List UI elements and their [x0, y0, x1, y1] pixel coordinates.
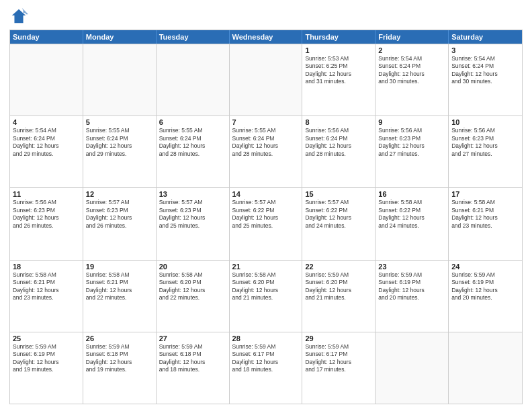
header-day-tuesday: Tuesday: [157, 30, 230, 44]
logo-icon: [9, 7, 28, 26]
logo: [9, 7, 31, 26]
cell-day-number: 15: [305, 190, 372, 198]
cell-info: Sunrise: 5:56 AM Sunset: 6:23 PM Dayligh…: [378, 127, 445, 158]
calendar-cell: [83, 44, 157, 116]
calendar-cell: 16Sunrise: 5:58 AM Sunset: 6:22 PM Dayli…: [375, 188, 449, 259]
cell-info: Sunrise: 5:59 AM Sunset: 6:19 PM Dayligh…: [378, 271, 445, 302]
cell-info: Sunrise: 5:57 AM Sunset: 6:22 PM Dayligh…: [305, 199, 372, 230]
cell-day-number: 17: [451, 190, 519, 198]
cell-day-number: 29: [305, 334, 372, 342]
calendar-cell: 23Sunrise: 5:59 AM Sunset: 6:19 PM Dayli…: [375, 261, 449, 332]
calendar-cell: 11Sunrise: 5:56 AM Sunset: 6:23 PM Dayli…: [10, 188, 83, 259]
cell-info: Sunrise: 5:53 AM Sunset: 6:25 PM Dayligh…: [305, 55, 372, 86]
calendar-cell: 14Sunrise: 5:57 AM Sunset: 6:22 PM Dayli…: [230, 188, 303, 259]
calendar-cell: 1Sunrise: 5:53 AM Sunset: 6:25 PM Daylig…: [302, 44, 375, 116]
calendar-cell: 26Sunrise: 5:59 AM Sunset: 6:18 PM Dayli…: [83, 332, 157, 404]
calendar-week-4: 25Sunrise: 5:59 AM Sunset: 6:19 PM Dayli…: [10, 332, 522, 404]
cell-info: Sunrise: 5:56 AM Sunset: 6:24 PM Dayligh…: [305, 127, 372, 158]
calendar-cell: 22Sunrise: 5:59 AM Sunset: 6:20 PM Dayli…: [302, 261, 375, 332]
calendar-cell: 4Sunrise: 5:54 AM Sunset: 6:24 PM Daylig…: [10, 116, 83, 187]
cell-info: Sunrise: 5:55 AM Sunset: 6:24 PM Dayligh…: [159, 127, 226, 158]
calendar-week-1: 4Sunrise: 5:54 AM Sunset: 6:24 PM Daylig…: [10, 116, 522, 187]
calendar-cell: 15Sunrise: 5:57 AM Sunset: 6:22 PM Dayli…: [302, 188, 375, 259]
header-day-thursday: Thursday: [302, 30, 375, 44]
calendar-cell: 24Sunrise: 5:59 AM Sunset: 6:19 PM Dayli…: [449, 261, 522, 332]
cell-day-number: 9: [378, 118, 445, 126]
calendar-cell: [375, 332, 449, 404]
cell-day-number: 8: [305, 118, 372, 126]
cell-day-number: 12: [86, 190, 153, 198]
cell-info: Sunrise: 5:57 AM Sunset: 6:23 PM Dayligh…: [159, 199, 226, 230]
cell-info: Sunrise: 5:58 AM Sunset: 6:20 PM Dayligh…: [159, 271, 226, 302]
cell-info: Sunrise: 5:55 AM Sunset: 6:24 PM Dayligh…: [232, 127, 300, 158]
cell-day-number: 21: [232, 263, 300, 271]
cell-day-number: 23: [378, 263, 445, 271]
cell-day-number: 22: [305, 263, 372, 271]
header-day-friday: Friday: [375, 30, 449, 44]
cell-info: Sunrise: 5:58 AM Sunset: 6:21 PM Dayligh…: [13, 271, 80, 302]
calendar-cell: 25Sunrise: 5:59 AM Sunset: 6:19 PM Dayli…: [10, 332, 83, 404]
calendar-cell: 17Sunrise: 5:58 AM Sunset: 6:21 PM Dayli…: [449, 188, 522, 259]
calendar-week-3: 18Sunrise: 5:58 AM Sunset: 6:21 PM Dayli…: [10, 260, 522, 332]
cell-day-number: 4: [13, 118, 80, 126]
cell-day-number: 26: [86, 334, 153, 342]
header-day-saturday: Saturday: [449, 30, 522, 44]
cell-info: Sunrise: 5:59 AM Sunset: 6:19 PM Dayligh…: [451, 271, 519, 302]
cell-day-number: 25: [13, 334, 80, 342]
cell-day-number: 11: [13, 190, 80, 198]
calendar-cell: [449, 332, 522, 404]
calendar-week-0: 1Sunrise: 5:53 AM Sunset: 6:25 PM Daylig…: [10, 44, 522, 116]
calendar-cell: 7Sunrise: 5:55 AM Sunset: 6:24 PM Daylig…: [230, 116, 303, 187]
calendar: SundayMondayTuesdayWednesdayThursdayFrid…: [9, 30, 523, 404]
cell-info: Sunrise: 5:57 AM Sunset: 6:23 PM Dayligh…: [86, 199, 153, 230]
cell-day-number: 24: [451, 263, 519, 271]
cell-info: Sunrise: 5:54 AM Sunset: 6:24 PM Dayligh…: [378, 55, 445, 86]
cell-info: Sunrise: 5:59 AM Sunset: 6:17 PM Dayligh…: [232, 343, 300, 374]
calendar-cell: 28Sunrise: 5:59 AM Sunset: 6:17 PM Dayli…: [230, 332, 303, 404]
cell-info: Sunrise: 5:54 AM Sunset: 6:24 PM Dayligh…: [13, 127, 80, 158]
calendar-cell: 19Sunrise: 5:58 AM Sunset: 6:21 PM Dayli…: [83, 261, 157, 332]
cell-day-number: 19: [86, 263, 153, 271]
cell-info: Sunrise: 5:55 AM Sunset: 6:24 PM Dayligh…: [86, 127, 153, 158]
cell-day-number: 20: [159, 263, 226, 271]
calendar-cell: 29Sunrise: 5:59 AM Sunset: 6:17 PM Dayli…: [302, 332, 375, 404]
cell-day-number: 14: [232, 190, 300, 198]
cell-info: Sunrise: 5:59 AM Sunset: 6:17 PM Dayligh…: [305, 343, 372, 374]
cell-info: Sunrise: 5:56 AM Sunset: 6:23 PM Dayligh…: [13, 199, 80, 230]
cell-day-number: 1: [305, 46, 372, 54]
header-day-sunday: Sunday: [10, 30, 83, 44]
cell-info: Sunrise: 5:59 AM Sunset: 6:20 PM Dayligh…: [305, 271, 372, 302]
cell-info: Sunrise: 5:57 AM Sunset: 6:22 PM Dayligh…: [232, 199, 300, 230]
cell-info: Sunrise: 5:58 AM Sunset: 6:22 PM Dayligh…: [378, 199, 445, 230]
cell-info: Sunrise: 5:58 AM Sunset: 6:20 PM Dayligh…: [232, 271, 300, 302]
cell-day-number: 28: [232, 334, 300, 342]
cell-info: Sunrise: 5:58 AM Sunset: 6:21 PM Dayligh…: [86, 271, 153, 302]
calendar-cell: 5Sunrise: 5:55 AM Sunset: 6:24 PM Daylig…: [83, 116, 157, 187]
calendar-cell: 9Sunrise: 5:56 AM Sunset: 6:23 PM Daylig…: [375, 116, 449, 187]
cell-day-number: 16: [378, 190, 445, 198]
calendar-week-2: 11Sunrise: 5:56 AM Sunset: 6:23 PM Dayli…: [10, 187, 522, 259]
calendar-cell: 18Sunrise: 5:58 AM Sunset: 6:21 PM Dayli…: [10, 261, 83, 332]
calendar-body: 1Sunrise: 5:53 AM Sunset: 6:25 PM Daylig…: [10, 44, 522, 404]
calendar-header: SundayMondayTuesdayWednesdayThursdayFrid…: [10, 30, 522, 44]
header-day-wednesday: Wednesday: [230, 30, 303, 44]
cell-day-number: 18: [13, 263, 80, 271]
calendar-cell: 3Sunrise: 5:54 AM Sunset: 6:24 PM Daylig…: [449, 44, 522, 116]
cell-day-number: 6: [159, 118, 226, 126]
calendar-cell: [157, 44, 230, 116]
header-day-monday: Monday: [83, 30, 157, 44]
calendar-cell: 12Sunrise: 5:57 AM Sunset: 6:23 PM Dayli…: [83, 188, 157, 259]
calendar-cell: 2Sunrise: 5:54 AM Sunset: 6:24 PM Daylig…: [375, 44, 449, 116]
cell-day-number: 10: [451, 118, 519, 126]
calendar-cell: 20Sunrise: 5:58 AM Sunset: 6:20 PM Dayli…: [157, 261, 230, 332]
cell-info: Sunrise: 5:59 AM Sunset: 6:19 PM Dayligh…: [13, 343, 80, 374]
cell-day-number: 7: [232, 118, 300, 126]
calendar-cell: [230, 44, 303, 116]
calendar-cell: 13Sunrise: 5:57 AM Sunset: 6:23 PM Dayli…: [157, 188, 230, 259]
cell-day-number: 27: [159, 334, 226, 342]
cell-day-number: 5: [86, 118, 153, 126]
cell-day-number: 3: [451, 46, 519, 54]
cell-info: Sunrise: 5:58 AM Sunset: 6:21 PM Dayligh…: [451, 199, 519, 230]
calendar-cell: 21Sunrise: 5:58 AM Sunset: 6:20 PM Dayli…: [230, 261, 303, 332]
calendar-cell: 8Sunrise: 5:56 AM Sunset: 6:24 PM Daylig…: [302, 116, 375, 187]
